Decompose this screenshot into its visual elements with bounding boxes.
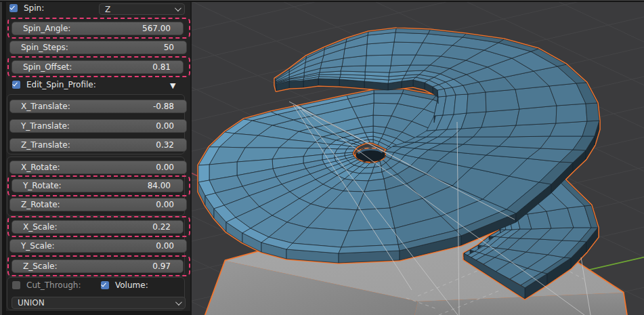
field-label: Spin_Offset: — [23, 63, 72, 71]
field-value: -0.88 — [153, 102, 174, 110]
check-icon — [10, 4, 16, 9]
edit-spin-profile-checkbox[interactable] — [12, 81, 20, 89]
spin-row: Spin: — [9, 3, 44, 13]
field-label: Z_Scale: — [23, 262, 58, 270]
number-field[interactable]: X_Translate:-0.88 — [9, 100, 187, 113]
number-field[interactable]: Z_Translate:0.32 — [9, 138, 187, 152]
operation-dropdown[interactable]: UNION — [12, 297, 186, 309]
spin-axis-dropdown[interactable]: Z — [99, 3, 185, 15]
field-label: Y_Scale: — [21, 242, 55, 250]
field-value: 567.00 — [142, 24, 171, 33]
cut-through-checkbox[interactable] — [12, 281, 20, 289]
window-edge-left-inner — [2, 0, 6, 315]
field-label: Y_Translate: — [21, 122, 70, 130]
field-label: Y_Rotate: — [23, 182, 62, 190]
field-value: 0.00 — [156, 242, 174, 250]
check-icon — [102, 281, 107, 287]
spin-checkbox[interactable] — [9, 4, 18, 12]
field-label: X_Scale: — [23, 223, 58, 231]
number-field[interactable]: Spin_Angle:567.00 — [12, 22, 184, 35]
edit-spin-profile-row: Edit_Spin_Profile: — [12, 80, 96, 89]
panel-viewport-divider — [190, 0, 192, 315]
field-value: 0.97 — [152, 262, 171, 270]
check-icon — [13, 81, 18, 86]
number-field[interactable]: Y_Translate:0.00 — [9, 119, 187, 133]
volume-label: Volume: — [115, 281, 148, 289]
volume-checkbox[interactable] — [101, 281, 109, 289]
blender-window: Spin:ZSpin_Angle:567.00Spin_Steps:50Spin… — [0, 0, 644, 315]
field-value: 0.00 — [156, 201, 174, 209]
field-label: Z_Translate: — [21, 141, 70, 149]
number-field[interactable]: Spin_Steps:50 — [9, 41, 187, 54]
number-field[interactable]: Z_Rotate:0.00 — [9, 198, 187, 211]
volume-row: Volume: — [101, 280, 148, 290]
field-value: 0.00 — [156, 122, 174, 130]
field-value: 0.22 — [152, 223, 171, 231]
operation-value: UNION — [18, 299, 45, 307]
number-field[interactable]: Spin_Offset:0.81 — [12, 60, 184, 74]
viewport-scene — [192, 0, 644, 315]
field-value: 50 — [164, 43, 174, 51]
field-value: 0.00 — [156, 163, 174, 171]
number-field[interactable]: X_Scale:0.22 — [12, 220, 184, 234]
field-label: Z_Rotate: — [21, 201, 60, 209]
field-value: 84.00 — [148, 182, 171, 190]
number-field[interactable]: Y_Scale:0.00 — [9, 239, 187, 253]
chevron-down-icon — [175, 299, 182, 306]
window-edge-top-hairline — [0, 0, 644, 1]
field-label: Spin_Angle: — [23, 24, 70, 33]
field-value: 0.81 — [152, 63, 171, 71]
spin-axis-value: Z — [105, 5, 110, 14]
field-value: 0.32 — [156, 141, 174, 149]
field-label: X_Translate: — [21, 102, 70, 110]
number-field[interactable]: Y_Rotate:84.00 — [12, 179, 184, 192]
number-field[interactable]: Z_Scale:0.97 — [12, 259, 184, 273]
panel-bottom-shadow — [6, 311, 192, 315]
cut-through-label: Cut_Through: — [26, 281, 81, 289]
spin-label: Spin: — [24, 4, 44, 12]
edit-spin-profile-label: Edit_Spin_Profile: — [26, 81, 96, 89]
properties-panel: Spin:ZSpin_Angle:567.00Spin_Steps:50Spin… — [0, 0, 192, 315]
field-label: X_Rotate: — [21, 163, 60, 171]
cut-through-row: Cut_Through: — [12, 280, 81, 290]
field-label: Spin_Steps: — [21, 43, 68, 51]
collapse-triangle-icon[interactable]: ▼ — [170, 82, 175, 89]
viewport-3d[interactable] — [192, 0, 644, 315]
chevron-down-icon — [175, 5, 181, 12]
number-field[interactable]: X_Rotate:0.00 — [9, 161, 187, 174]
